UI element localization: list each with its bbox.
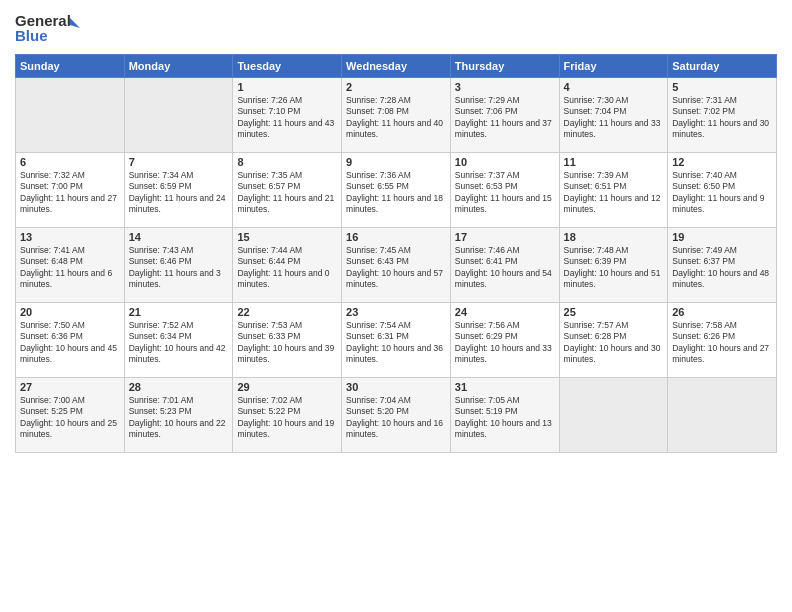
calendar-cell: 27Sunrise: 7:00 AM Sunset: 5:25 PM Dayli… [16, 378, 125, 453]
weekday-header: Sunday [16, 55, 125, 78]
calendar-cell: 11Sunrise: 7:39 AM Sunset: 6:51 PM Dayli… [559, 153, 668, 228]
calendar-cell: 7Sunrise: 7:34 AM Sunset: 6:59 PM Daylig… [124, 153, 233, 228]
calendar-cell: 13Sunrise: 7:41 AM Sunset: 6:48 PM Dayli… [16, 228, 125, 303]
logo-svg: GeneralBlue [15, 10, 85, 46]
day-number: 4 [564, 81, 664, 93]
page: GeneralBlue SundayMondayTuesdayWednesday… [0, 0, 792, 463]
weekday-header: Friday [559, 55, 668, 78]
day-number: 12 [672, 156, 772, 168]
day-number: 19 [672, 231, 772, 243]
cell-daylight-info: Sunrise: 7:34 AM Sunset: 6:59 PM Dayligh… [129, 170, 229, 216]
calendar-cell: 5Sunrise: 7:31 AM Sunset: 7:02 PM Daylig… [668, 78, 777, 153]
cell-daylight-info: Sunrise: 7:41 AM Sunset: 6:48 PM Dayligh… [20, 245, 120, 291]
day-number: 29 [237, 381, 337, 393]
cell-daylight-info: Sunrise: 7:58 AM Sunset: 6:26 PM Dayligh… [672, 320, 772, 366]
cell-daylight-info: Sunrise: 7:05 AM Sunset: 5:19 PM Dayligh… [455, 395, 555, 441]
day-number: 2 [346, 81, 446, 93]
cell-daylight-info: Sunrise: 7:48 AM Sunset: 6:39 PM Dayligh… [564, 245, 664, 291]
cell-daylight-info: Sunrise: 7:36 AM Sunset: 6:55 PM Dayligh… [346, 170, 446, 216]
day-number: 17 [455, 231, 555, 243]
day-number: 8 [237, 156, 337, 168]
weekday-header: Saturday [668, 55, 777, 78]
calendar-cell: 28Sunrise: 7:01 AM Sunset: 5:23 PM Dayli… [124, 378, 233, 453]
svg-marker-2 [70, 18, 80, 28]
calendar-cell [668, 378, 777, 453]
day-number: 1 [237, 81, 337, 93]
day-number: 28 [129, 381, 229, 393]
day-number: 9 [346, 156, 446, 168]
calendar-cell: 8Sunrise: 7:35 AM Sunset: 6:57 PM Daylig… [233, 153, 342, 228]
calendar-cell: 25Sunrise: 7:57 AM Sunset: 6:28 PM Dayli… [559, 303, 668, 378]
calendar-cell [124, 78, 233, 153]
calendar-cell [559, 378, 668, 453]
cell-daylight-info: Sunrise: 7:52 AM Sunset: 6:34 PM Dayligh… [129, 320, 229, 366]
calendar-table: SundayMondayTuesdayWednesdayThursdayFrid… [15, 54, 777, 453]
weekday-header: Monday [124, 55, 233, 78]
cell-daylight-info: Sunrise: 7:00 AM Sunset: 5:25 PM Dayligh… [20, 395, 120, 441]
day-number: 24 [455, 306, 555, 318]
cell-daylight-info: Sunrise: 7:26 AM Sunset: 7:10 PM Dayligh… [237, 95, 337, 141]
day-number: 13 [20, 231, 120, 243]
cell-daylight-info: Sunrise: 7:40 AM Sunset: 6:50 PM Dayligh… [672, 170, 772, 216]
cell-daylight-info: Sunrise: 7:50 AM Sunset: 6:36 PM Dayligh… [20, 320, 120, 366]
calendar-cell: 22Sunrise: 7:53 AM Sunset: 6:33 PM Dayli… [233, 303, 342, 378]
cell-daylight-info: Sunrise: 7:35 AM Sunset: 6:57 PM Dayligh… [237, 170, 337, 216]
calendar-cell: 19Sunrise: 7:49 AM Sunset: 6:37 PM Dayli… [668, 228, 777, 303]
calendar-week-row: 27Sunrise: 7:00 AM Sunset: 5:25 PM Dayli… [16, 378, 777, 453]
calendar-cell [16, 78, 125, 153]
cell-daylight-info: Sunrise: 7:30 AM Sunset: 7:04 PM Dayligh… [564, 95, 664, 141]
day-number: 14 [129, 231, 229, 243]
day-number: 30 [346, 381, 446, 393]
weekday-header: Wednesday [342, 55, 451, 78]
calendar-week-row: 13Sunrise: 7:41 AM Sunset: 6:48 PM Dayli… [16, 228, 777, 303]
cell-daylight-info: Sunrise: 7:37 AM Sunset: 6:53 PM Dayligh… [455, 170, 555, 216]
cell-daylight-info: Sunrise: 7:53 AM Sunset: 6:33 PM Dayligh… [237, 320, 337, 366]
calendar-cell: 1Sunrise: 7:26 AM Sunset: 7:10 PM Daylig… [233, 78, 342, 153]
day-number: 27 [20, 381, 120, 393]
cell-daylight-info: Sunrise: 7:39 AM Sunset: 6:51 PM Dayligh… [564, 170, 664, 216]
calendar-cell: 4Sunrise: 7:30 AM Sunset: 7:04 PM Daylig… [559, 78, 668, 153]
calendar-cell: 15Sunrise: 7:44 AM Sunset: 6:44 PM Dayli… [233, 228, 342, 303]
cell-daylight-info: Sunrise: 7:56 AM Sunset: 6:29 PM Dayligh… [455, 320, 555, 366]
day-number: 11 [564, 156, 664, 168]
calendar-week-row: 6Sunrise: 7:32 AM Sunset: 7:00 PM Daylig… [16, 153, 777, 228]
calendar-cell: 10Sunrise: 7:37 AM Sunset: 6:53 PM Dayli… [450, 153, 559, 228]
cell-daylight-info: Sunrise: 7:28 AM Sunset: 7:08 PM Dayligh… [346, 95, 446, 141]
calendar-cell: 31Sunrise: 7:05 AM Sunset: 5:19 PM Dayli… [450, 378, 559, 453]
calendar-cell: 6Sunrise: 7:32 AM Sunset: 7:00 PM Daylig… [16, 153, 125, 228]
calendar-cell: 23Sunrise: 7:54 AM Sunset: 6:31 PM Dayli… [342, 303, 451, 378]
cell-daylight-info: Sunrise: 7:04 AM Sunset: 5:20 PM Dayligh… [346, 395, 446, 441]
calendar-cell: 18Sunrise: 7:48 AM Sunset: 6:39 PM Dayli… [559, 228, 668, 303]
day-number: 20 [20, 306, 120, 318]
day-number: 22 [237, 306, 337, 318]
calendar-cell: 9Sunrise: 7:36 AM Sunset: 6:55 PM Daylig… [342, 153, 451, 228]
day-number: 26 [672, 306, 772, 318]
cell-daylight-info: Sunrise: 7:32 AM Sunset: 7:00 PM Dayligh… [20, 170, 120, 216]
weekday-header: Thursday [450, 55, 559, 78]
cell-daylight-info: Sunrise: 7:43 AM Sunset: 6:46 PM Dayligh… [129, 245, 229, 291]
calendar-cell: 29Sunrise: 7:02 AM Sunset: 5:22 PM Dayli… [233, 378, 342, 453]
day-number: 23 [346, 306, 446, 318]
day-number: 16 [346, 231, 446, 243]
calendar-cell: 17Sunrise: 7:46 AM Sunset: 6:41 PM Dayli… [450, 228, 559, 303]
day-number: 3 [455, 81, 555, 93]
calendar-cell: 26Sunrise: 7:58 AM Sunset: 6:26 PM Dayli… [668, 303, 777, 378]
calendar-cell: 14Sunrise: 7:43 AM Sunset: 6:46 PM Dayli… [124, 228, 233, 303]
weekday-header: Tuesday [233, 55, 342, 78]
day-number: 15 [237, 231, 337, 243]
calendar-week-row: 20Sunrise: 7:50 AM Sunset: 6:36 PM Dayli… [16, 303, 777, 378]
day-number: 25 [564, 306, 664, 318]
logo: GeneralBlue [15, 10, 85, 46]
day-number: 18 [564, 231, 664, 243]
day-number: 5 [672, 81, 772, 93]
calendar-cell: 3Sunrise: 7:29 AM Sunset: 7:06 PM Daylig… [450, 78, 559, 153]
cell-daylight-info: Sunrise: 7:45 AM Sunset: 6:43 PM Dayligh… [346, 245, 446, 291]
cell-daylight-info: Sunrise: 7:02 AM Sunset: 5:22 PM Dayligh… [237, 395, 337, 441]
calendar-cell: 12Sunrise: 7:40 AM Sunset: 6:50 PM Dayli… [668, 153, 777, 228]
day-number: 21 [129, 306, 229, 318]
cell-daylight-info: Sunrise: 7:01 AM Sunset: 5:23 PM Dayligh… [129, 395, 229, 441]
cell-daylight-info: Sunrise: 7:46 AM Sunset: 6:41 PM Dayligh… [455, 245, 555, 291]
cell-daylight-info: Sunrise: 7:31 AM Sunset: 7:02 PM Dayligh… [672, 95, 772, 141]
cell-daylight-info: Sunrise: 7:29 AM Sunset: 7:06 PM Dayligh… [455, 95, 555, 141]
calendar-week-row: 1Sunrise: 7:26 AM Sunset: 7:10 PM Daylig… [16, 78, 777, 153]
